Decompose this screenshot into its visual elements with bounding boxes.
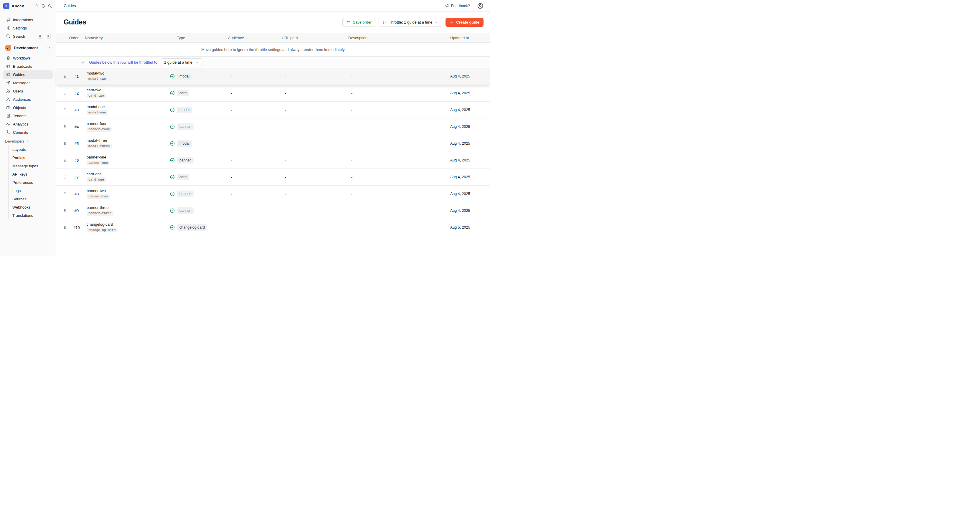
guide-row-banner-two[interactable]: #8banner-twobanner-twobanner---Aug 4, 20… [56,186,490,202]
sidebar-subitem-label: API keys [13,172,27,176]
drag-handle-icon[interactable] [63,74,67,79]
sidebar-item-analytics[interactable]: Analytics [3,120,53,128]
guide-type-cell: modal [177,73,192,80]
guide-name: card-one [87,172,102,176]
sidebar-item-workflows[interactable]: Workflows [3,54,53,62]
sidebar-subitem-sources[interactable]: Sources [8,195,53,203]
workspace-switcher[interactable]: k Knock [0,0,56,12]
search-icon[interactable] [48,4,52,8]
guide-name-cell: modal-threemodal-three [83,138,168,148]
guide-url-path: - [282,74,348,79]
drag-handle-icon[interactable] [63,141,67,146]
status-check-circle-icon [168,208,177,213]
sidebar-subitem-translations[interactable]: Translations [8,211,53,219]
guide-updated-at: Aug 4, 2025 [447,125,490,129]
guide-description: - [348,158,447,162]
guide-row-modal-two[interactable]: #1modal-twomodal-twomodal---Aug 4, 2025 [56,68,490,85]
drag-handle-icon[interactable] [63,208,67,213]
guide-row-banner-four[interactable]: #4banner-fourbanner-fourbanner---Aug 4, … [56,118,490,135]
guide-key-badge: banner-three [87,211,113,216]
guide-key-badge: modal-three [87,144,112,148]
page-actions: Save order Throttle: 1 guide at a time C… [342,18,484,27]
sidebar-subitem-message-types[interactable]: Message types [8,162,53,170]
bell-icon[interactable] [41,4,45,8]
user-avatar-icon[interactable] [477,3,484,9]
guide-name-cell: changelog-cardchangelog-card [83,223,168,232]
guide-type-cell: banner [177,191,194,197]
guide-updated-at: Aug 4, 2025 [447,142,490,146]
sidebar-item-label: Audiences [13,97,31,102]
commit-icon [6,130,11,135]
guide-row-card-two[interactable]: #2card-twocard-twocard---Aug 4, 2025 [56,85,490,102]
guide-name: card-two [87,88,101,92]
search-icon [6,34,11,38]
sidebar-subitem-partials[interactable]: Partials [8,153,53,162]
chevron-down-icon [46,46,51,50]
drag-handle-icon[interactable] [63,158,67,162]
chevron-down-icon [26,139,29,143]
guide-name-cell: modal-onemodal-one [83,105,168,115]
throttle-value-dropdown[interactable]: 1 guide at a time [161,58,202,66]
sidebar-subitem-webhooks[interactable]: Webhooks [8,203,53,211]
feedback-button[interactable]: Feedback? [445,3,470,8]
guide-key-badge: modal-two [87,76,108,81]
guide-row-card-one[interactable]: #7card-onecard-onecard---Aug 4, 2025 [56,169,490,186]
guide-row-changelog-card[interactable]: #10changelog-cardchangelog-cardchangelog… [56,219,490,236]
workspace-name: Knock [12,4,24,8]
sidebar-item-search[interactable]: Search⌘K [3,32,53,40]
create-guide-button[interactable]: Create guide [445,18,484,27]
sidebar-subitem-logs[interactable]: Logs [8,186,53,195]
drag-handle-icon[interactable] [63,91,67,95]
sidebar-item-messages[interactable]: Messages [3,79,53,87]
kbd-key: ⌘ [38,34,43,38]
sidebar-subitem-api-keys[interactable]: API keys [8,170,53,178]
developers-section-toggle[interactable]: Developers [3,137,53,145]
drag-handle-icon[interactable] [63,175,67,180]
guide-name-cell: modal-twomodal-two [83,71,168,81]
guide-description: - [348,91,447,95]
topbar: Guides Feedback? [56,0,490,12]
sidebar-item-guides[interactable]: Guides [3,70,53,79]
drag-handle-icon[interactable] [63,191,67,196]
immediate-dropzone[interactable]: Move guides here to ignore the throttle … [56,43,490,56]
sidebar-item-tenants[interactable]: Tenants [3,112,53,120]
status-check-circle-icon [168,74,177,79]
sidebar-item-label: Messages [13,81,30,85]
save-order-button[interactable]: Save order [342,18,375,27]
sidebar-item-commits[interactable]: Commits [3,128,53,137]
guide-name: changelog-card [87,223,113,227]
chevron-down-icon [434,20,438,24]
drag-handle-icon[interactable] [63,124,67,129]
guide-row-modal-one[interactable]: #3modal-onemodal-onemodal---Aug 4, 2025 [56,102,490,118]
sidebar-subitem-layouts[interactable]: Layouts [8,145,53,153]
sidebar-item-settings[interactable]: Settings [3,24,53,32]
environment-selector[interactable]: Development [3,43,53,52]
guide-type-cell: modal [177,140,192,147]
guide-order: #2 [70,91,83,95]
column-header-type: Type [177,36,228,40]
guide-type-cell: changelog-card [177,224,207,231]
sidebar-item-broadcasts[interactable]: Broadcasts [3,62,53,70]
sidebar-item-objects[interactable]: Objects [3,103,53,112]
sidebar-item-integrations[interactable]: Integrations [3,16,53,24]
guide-url-path: - [282,158,348,162]
drag-handle-icon[interactable] [63,108,67,112]
megaphone-icon [445,3,449,8]
sidebar-subitem-preferences[interactable]: Preferences [8,178,53,186]
status-check-circle-icon [168,108,177,112]
chevrons-up-down-icon[interactable] [35,4,38,8]
guide-updated-at: Aug 5, 2025 [447,225,490,229]
guide-row-modal-three[interactable]: #5modal-threemodal-threemodal---Aug 4, 2… [56,135,490,152]
building-icon [6,113,11,118]
guide-url-path: - [282,208,348,213]
layers-icon [6,56,11,60]
guide-row-banner-three[interactable]: #9banner-threebanner-threebanner---Aug 4… [56,202,490,219]
drag-handle-icon[interactable] [63,225,67,230]
guide-row-banner-one[interactable]: #6banner-onebanner-onebanner---Aug 4, 20… [56,152,490,169]
sidebar-item-users[interactable]: Users [3,87,53,95]
sidebar-item-audiences[interactable]: Audiences [3,95,53,103]
guide-audience: - [228,208,282,213]
table-header-row: Order Name/Key Type Audience URL path De… [56,33,490,43]
throttle-dropdown-button[interactable]: Throttle: 1 guide at a time [379,18,442,27]
pages-icon [6,105,11,110]
